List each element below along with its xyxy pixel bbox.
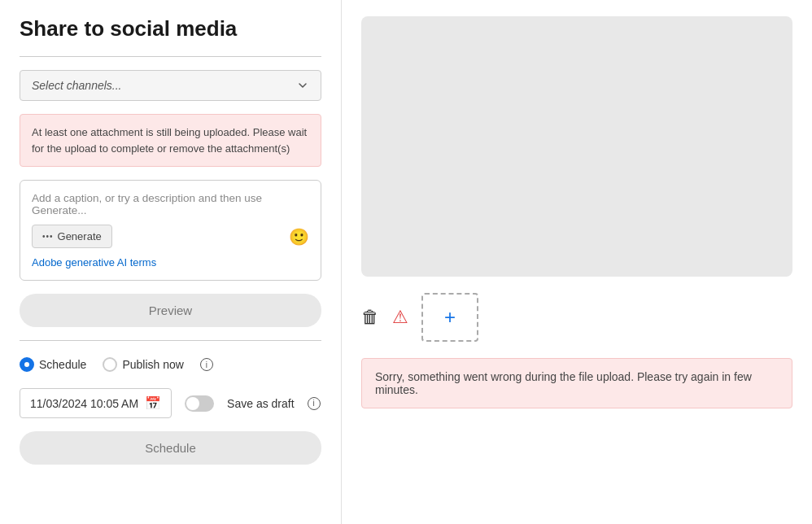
publish-now-radio-label: Publish now [122, 358, 184, 371]
datetime-input[interactable]: 11/03/2024 10:05 AM 📅 [20, 388, 172, 418]
publish-now-radio-dot[interactable] [103, 357, 117, 372]
divider-top [20, 56, 321, 57]
channel-select-dropdown[interactable]: Select channels... [20, 70, 321, 101]
warning-triangle-icon: ⚠ [392, 307, 408, 328]
preview-image-area [361, 16, 792, 277]
caption-area: Add a caption, or try a description and … [20, 180, 321, 281]
channel-select-placeholder: Select channels... [32, 79, 122, 92]
generate-dots-icon: ••• [42, 232, 54, 241]
page-title: Share to social media [20, 16, 321, 41]
publish-info-icon[interactable]: i [200, 358, 213, 371]
save-as-draft-label: Save as draft [227, 397, 295, 410]
schedule-button[interactable]: Schedule [20, 431, 321, 465]
schedule-radio-label: Schedule [39, 358, 86, 371]
generate-button[interactable]: ••• Generate [32, 225, 112, 248]
draft-toggle[interactable] [185, 395, 214, 412]
divider-mid [20, 340, 321, 341]
trash-button[interactable]: 🗑 [361, 307, 379, 328]
right-panel: 🗑 ⚠ + Sorry, something went wrong during… [342, 0, 812, 524]
ai-terms-link[interactable]: Adobe generative AI terms [32, 256, 309, 269]
add-icon: + [444, 306, 456, 329]
emoji-picker-icon[interactable]: 🙂 [289, 227, 309, 247]
publish-now-radio-item[interactable]: Publish now [103, 357, 184, 372]
schedule-options-row: Schedule Publish now i [20, 354, 321, 375]
upload-error-box: Sorry, something went wrong during the f… [361, 358, 792, 408]
preview-button[interactable]: Preview [20, 294, 321, 327]
upload-error-text: Sorry, something went wrong during the f… [375, 370, 752, 396]
upload-row: 🗑 ⚠ + [361, 290, 792, 345]
trash-icon: 🗑 [361, 307, 379, 327]
calendar-icon[interactable]: 📅 [145, 395, 161, 411]
schedule-radio-item[interactable]: Schedule [20, 357, 86, 372]
draft-info-icon[interactable]: i [308, 397, 321, 410]
generate-label: Generate [58, 230, 102, 242]
schedule-radio-dot[interactable] [20, 357, 34, 372]
datetime-value: 11/03/2024 10:05 AM [30, 397, 138, 410]
datetime-row: 11/03/2024 10:05 AM 📅 Save as draft i [20, 388, 321, 418]
left-panel: Share to social media Select channels...… [0, 0, 342, 524]
chevron-down-icon [296, 79, 309, 92]
toggle-knob [186, 397, 199, 410]
upload-warning-box: At least one attachment is still being u… [20, 114, 321, 167]
upload-warning-text: At least one attachment is still being u… [32, 126, 307, 155]
add-attachment-button[interactable]: + [421, 293, 478, 342]
caption-placeholder[interactable]: Add a caption, or try a description and … [32, 192, 309, 216]
